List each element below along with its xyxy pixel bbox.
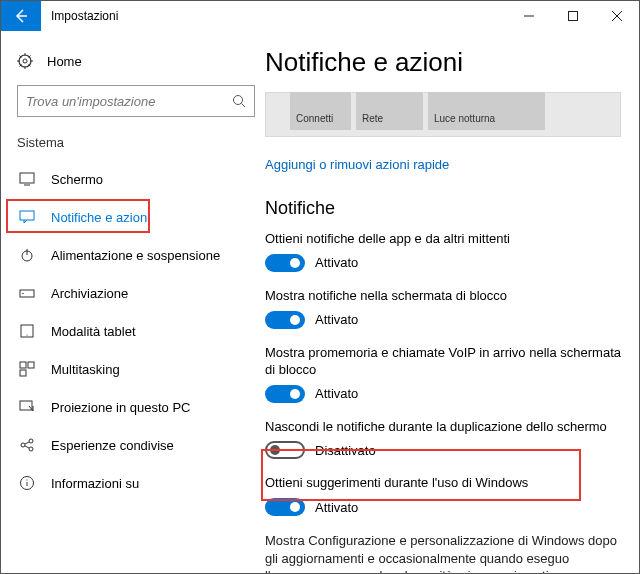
svg-point-8 <box>22 293 23 294</box>
setting-lockscreen: Mostra notifiche nella schermata di bloc… <box>265 288 621 329</box>
tile-luce-notturna[interactable]: Luce notturna <box>428 92 546 130</box>
storage-icon <box>19 285 35 301</box>
toggle-state: Attivato <box>315 312 358 327</box>
sidebar-item-label: Multitasking <box>51 362 120 377</box>
svg-rect-12 <box>28 362 34 368</box>
toggle-state: Attivato <box>315 500 358 515</box>
sidebar-item-schermo[interactable]: Schermo <box>17 160 251 198</box>
quick-actions-row: Connetti Rete Luce notturna <box>265 92 621 137</box>
sidebar-item-label: Modalità tablet <box>51 324 136 339</box>
chat-icon <box>19 209 35 225</box>
setting-voip: Mostra promemoria e chiamate VoIP in arr… <box>265 345 621 403</box>
sidebar-item-archiviazione[interactable]: Archiviazione <box>17 274 251 312</box>
setting-tips: Ottieni suggerimenti durante l'uso di Wi… <box>265 475 621 516</box>
sidebar-item-label: Informazioni su <box>51 476 139 491</box>
svg-point-16 <box>29 439 33 443</box>
add-remove-link[interactable]: Aggiungi o rimuovi azioni rapide <box>265 157 621 172</box>
toggle-hide-dup[interactable] <box>265 441 305 459</box>
toggle-state: Attivato <box>315 255 358 270</box>
sidebar: Home Sistema Schermo Notifiche e azioni … <box>1 31 261 574</box>
svg-point-10 <box>26 334 27 335</box>
sidebar-item-alimentazione[interactable]: Alimentazione e sospensione <box>17 236 251 274</box>
setting-apps: Ottieni notifiche delle app e da altri m… <box>265 231 621 272</box>
setting-label: Ottieni suggerimenti durante l'uso di Wi… <box>265 475 621 492</box>
toggle-tips[interactable] <box>265 498 305 516</box>
sidebar-item-notifiche[interactable]: Notifiche e azioni <box>17 198 251 236</box>
svg-rect-7 <box>20 290 34 297</box>
tablet-icon <box>19 323 35 339</box>
tile-connetti[interactable]: Connetti <box>290 92 352 130</box>
setting-label: Nascondi le notifiche durante la duplica… <box>265 419 621 436</box>
setting-hide-dup: Nascondi le notifiche durante la duplica… <box>265 419 621 460</box>
sidebar-item-multitasking[interactable]: Multitasking <box>17 350 251 388</box>
sidebar-item-esperienze[interactable]: Esperienze condivise <box>17 426 251 464</box>
sidebar-item-label: Alimentazione e sospensione <box>51 248 220 263</box>
sidebar-item-tablet[interactable]: Modalità tablet <box>17 312 251 350</box>
sidebar-item-label: Archiviazione <box>51 286 128 301</box>
sidebar-item-label: Proiezione in questo PC <box>51 400 190 415</box>
tile-rete[interactable]: Rete <box>356 92 424 130</box>
setting-label: Mostra promemoria e chiamate VoIP in arr… <box>265 345 621 379</box>
share-icon <box>19 437 35 453</box>
multitask-icon <box>19 361 35 377</box>
svg-rect-14 <box>20 401 32 410</box>
display-icon <box>19 171 35 187</box>
section-heading: Notifiche <box>265 198 621 219</box>
toggle-state: Attivato <box>315 386 358 401</box>
toggle-state: Disattivato <box>315 443 376 458</box>
minimize-button[interactable] <box>507 1 551 31</box>
maximize-button[interactable] <box>551 1 595 31</box>
svg-rect-11 <box>20 362 26 368</box>
svg-point-3 <box>234 96 243 105</box>
page-title: Notifiche e azioni <box>265 47 621 78</box>
svg-point-17 <box>29 447 33 451</box>
sidebar-item-label: Schermo <box>51 172 103 187</box>
svg-rect-4 <box>20 173 34 183</box>
svg-rect-0 <box>569 12 578 21</box>
sidebar-item-proiezione[interactable]: Proiezione in questo PC <box>17 388 251 426</box>
sidebar-item-info[interactable]: Informazioni su <box>17 464 251 502</box>
back-button[interactable] <box>1 1 41 31</box>
footer-text: Mostra Configurazione e personalizzazion… <box>265 532 621 574</box>
window-title: Impostazioni <box>51 9 507 23</box>
main-content: Notifiche e azioni Connetti Rete Luce no… <box>261 31 639 574</box>
setting-label: Ottieni notifiche delle app e da altri m… <box>265 231 621 248</box>
section-title: Sistema <box>17 135 251 150</box>
search-box[interactable] <box>17 85 255 117</box>
home-label: Home <box>47 54 82 69</box>
svg-rect-5 <box>20 211 34 220</box>
toggle-apps[interactable] <box>265 254 305 272</box>
toggle-lockscreen[interactable] <box>265 311 305 329</box>
title-bar: Impostazioni <box>1 1 639 31</box>
search-icon <box>232 94 246 108</box>
svg-rect-13 <box>20 370 26 376</box>
home-button[interactable]: Home <box>17 43 251 79</box>
project-icon <box>19 399 35 415</box>
power-icon <box>19 247 35 263</box>
toggle-voip[interactable] <box>265 385 305 403</box>
search-input[interactable] <box>26 94 232 109</box>
svg-point-15 <box>21 443 25 447</box>
setting-label: Mostra notifiche nella schermata di bloc… <box>265 288 621 305</box>
sidebar-item-label: Esperienze condivise <box>51 438 174 453</box>
close-button[interactable] <box>595 1 639 31</box>
info-icon <box>19 475 35 491</box>
sidebar-item-label: Notifiche e azioni <box>51 210 150 225</box>
svg-point-2 <box>23 59 27 63</box>
